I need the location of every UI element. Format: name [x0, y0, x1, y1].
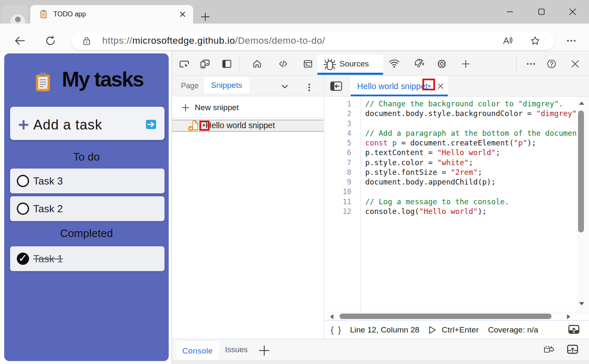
elements-icon[interactable] [278, 59, 288, 69]
add-task-form[interactable]: Add a task [10, 107, 164, 140]
sources-editor: Hello world snippet* 123456789101112 // … [325, 76, 589, 339]
url-scheme: https:// [102, 35, 133, 46]
code-token-com: // Log a message to the console. [365, 198, 509, 206]
collapse-sidebar-icon[interactable] [330, 82, 342, 91]
tab-close-icon[interactable] [178, 10, 187, 18]
more-options-icon[interactable] [305, 83, 314, 92]
expand-quick-view-icon[interactable] [568, 325, 579, 334]
code-token-plain: console.log( [365, 207, 419, 216]
task-item-done[interactable]: ✓ Task 1 [10, 246, 164, 271]
run-snippet-icon[interactable] [427, 325, 437, 335]
code-line[interactable]: // Log a message to the console. [365, 197, 578, 207]
tab-page[interactable]: Page [181, 76, 199, 96]
line-number: 12 [326, 207, 351, 216]
back-button[interactable] [14, 35, 25, 46]
home-icon[interactable] [252, 59, 262, 69]
tab-close-icon[interactable] [436, 82, 445, 90]
task-item[interactable]: Task 2 [10, 196, 164, 221]
devtools: Sources [172, 51, 589, 364]
performance-icon [414, 58, 425, 69]
task-item[interactable]: Task 3 [10, 169, 164, 193]
task-checkbox[interactable] [17, 175, 29, 187]
favorite-star-icon[interactable] [530, 36, 540, 46]
new-snippet-button[interactable]: New snippet [172, 96, 324, 118]
close-devtools-icon[interactable] [570, 59, 580, 69]
customize-devtools-icon[interactable] [526, 59, 536, 69]
browser-tab[interactable]: TODO app [30, 5, 193, 24]
window-close-button[interactable] [566, 6, 579, 18]
horizontal-scrollbar[interactable] [325, 312, 589, 320]
code-line[interactable]: p.textContent = "Hello world"; [365, 148, 578, 158]
code-token-def: p [392, 139, 397, 147]
task-label: Task 1 [33, 246, 63, 271]
back-button [14, 35, 25, 46]
code-line[interactable]: // Add a paragraph at the bottom of the … [365, 129, 578, 138]
todo-panel: My tasks Add a task To do Task 3 Task 2 … [4, 53, 169, 361]
scrollbar-thumb[interactable] [578, 111, 584, 232]
memory-icon [437, 59, 447, 69]
panel-left-icon[interactable] [221, 58, 232, 69]
tab-close-icon [436, 82, 445, 90]
expand-quick-view-icon[interactable] [567, 345, 578, 354]
code-line[interactable]: const p = document.createElement("p"); [365, 138, 578, 148]
code-editor[interactable]: 123456789101112 // Change the background… [325, 97, 589, 312]
scroll-right-icon[interactable] [566, 314, 571, 319]
scroll-left-icon[interactable] [329, 314, 334, 319]
more-options-icon [305, 83, 314, 92]
code-line[interactable] [365, 187, 578, 197]
console-panel-icon[interactable] [303, 59, 313, 69]
window-maximize-button [535, 6, 548, 18]
submit-task-button[interactable] [146, 120, 156, 129]
code-line[interactable]: p.style.color = "white"; [365, 158, 578, 168]
tab-issues[interactable]: Issues [225, 339, 247, 360]
vertical-scrollbar[interactable] [577, 97, 589, 312]
inspect-icon[interactable] [179, 58, 190, 69]
add-drawer-tab-icon[interactable] [259, 345, 270, 356]
url-text[interactable]: https://microsoftedge.github.io/Demos/de… [102, 32, 325, 50]
browser-menu-icon[interactable] [565, 36, 577, 46]
scroll-up-icon[interactable] [578, 101, 585, 106]
tab-snippets[interactable]: Snippets [204, 77, 249, 93]
task-checkbox-checked[interactable]: ✓ [17, 253, 29, 265]
bug-icon [324, 58, 336, 71]
code-line[interactable] [365, 119, 578, 129]
code-token-kw: const [365, 139, 387, 147]
reload-button[interactable] [45, 36, 56, 46]
performance-icon[interactable] [414, 58, 425, 69]
code-line[interactable]: console.log("Hello world"); [365, 207, 578, 216]
tab-console[interactable]: Console [176, 342, 219, 360]
network-icon[interactable] [389, 58, 400, 69]
code-line[interactable]: document.body.style.backgroundColor = "d… [365, 109, 578, 119]
code-token-str: "dimgrey" [536, 109, 576, 118]
line-number: 11 [326, 197, 351, 207]
read-aloud-icon[interactable] [502, 36, 513, 46]
restore-defaults-icon[interactable] [544, 345, 555, 354]
profile-button[interactable] [2, 5, 28, 24]
code-token-com: // Change the background color to "dimgr… [365, 100, 563, 108]
pretty-print-icon[interactable]: { } [331, 321, 342, 339]
snippet-list-item[interactable]: *Hello world snippet [172, 120, 324, 132]
window-minimize-button[interactable] [504, 6, 516, 18]
code-line[interactable]: p.style.fontSize = "2rem"; [365, 168, 578, 177]
lock-icon [83, 37, 90, 45]
url-bar[interactable]: https://microsoftedge.github.io/Demos/de… [72, 32, 555, 50]
new-tab-button[interactable] [201, 12, 210, 21]
code-line[interactable]: document.body.appendChild(p); [365, 177, 578, 187]
chevron-down-icon[interactable] [280, 82, 289, 91]
help-icon[interactable] [547, 59, 557, 69]
scroll-down-icon[interactable] [578, 301, 585, 306]
code-line[interactable]: // Change the background color to "dimgr… [365, 99, 578, 109]
todo-app-title: My tasks [62, 67, 171, 92]
navigator-tab-row: Page Snippets [172, 76, 324, 96]
task-checkbox[interactable] [17, 203, 29, 215]
more-tools-icon[interactable] [461, 59, 471, 69]
lock-icon[interactable] [83, 37, 90, 45]
add-task-input[interactable]: Add a task [33, 108, 102, 141]
code-token-plain: ; [496, 148, 500, 157]
memory-icon[interactable] [437, 59, 447, 69]
collapse-sidebar-icon [330, 82, 342, 91]
window-maximize-button[interactable] [535, 6, 548, 18]
code-content[interactable]: // Change the background color to "dimgr… [365, 99, 578, 309]
scrollbar-thumb[interactable] [340, 314, 552, 319]
device-emulation-icon[interactable] [199, 58, 210, 69]
